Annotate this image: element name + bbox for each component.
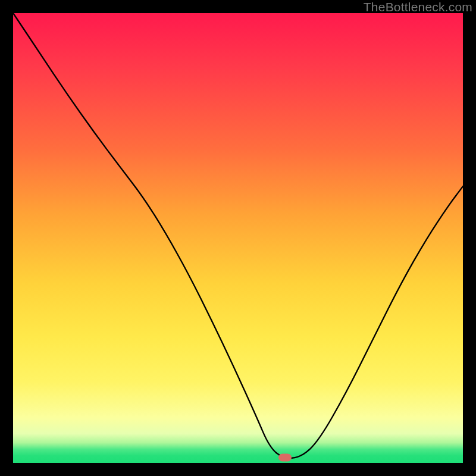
plot-area	[13, 13, 463, 463]
watermark-text: TheBottleneck.com	[364, 0, 472, 14]
chart-frame: TheBottleneck.com	[0, 0, 476, 476]
optimum-marker	[278, 453, 292, 461]
bottleneck-curve	[13, 13, 463, 463]
curve-path	[13, 13, 463, 458]
